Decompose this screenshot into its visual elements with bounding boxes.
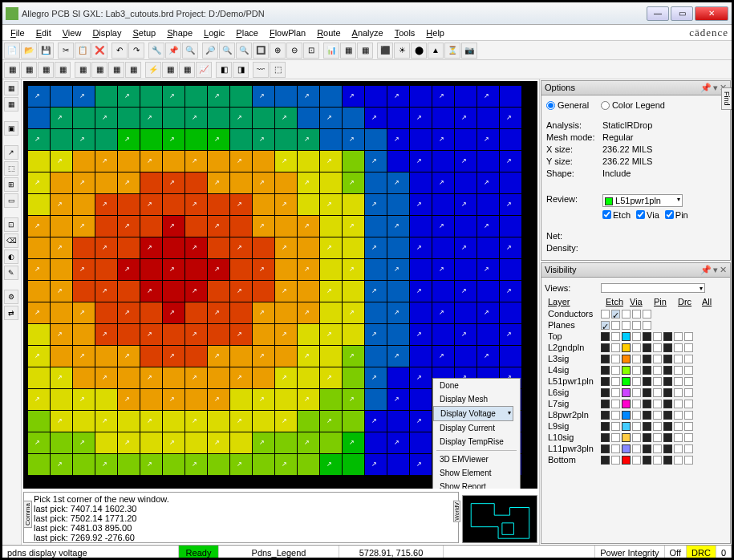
toolbar-button[interactable]: ↶: [112, 43, 128, 59]
toolbar-button[interactable]: ▦: [179, 62, 195, 78]
toolbar-button[interactable]: 🔧: [148, 43, 164, 59]
menu-view[interactable]: View: [58, 26, 87, 39]
toolbar-button[interactable]: ▦: [340, 43, 356, 59]
toolbar-button[interactable]: ⊡: [303, 43, 319, 59]
toolbar-button[interactable]: 📄: [4, 43, 20, 59]
toolbar-button[interactable]: 💾: [38, 43, 54, 59]
views-select[interactable]: [601, 283, 705, 293]
left-tool-button[interactable]: ↗: [4, 145, 18, 160]
toolbar-button[interactable]: 🔍: [182, 43, 198, 59]
left-tool-button[interactable]: ⊞: [4, 177, 18, 192]
toolbar-button[interactable]: ⚡: [145, 62, 161, 78]
toolbar-button[interactable]: ▦: [91, 62, 107, 78]
design-canvas[interactable]: DoneDisplay MeshDisplay VoltageDisplay C…: [23, 81, 537, 489]
toolbar-button[interactable]: ✂: [58, 43, 74, 59]
toolbar-button[interactable]: ⊕: [270, 43, 286, 59]
command-window[interactable]: Comma Pick 1st corner of the new window.…: [23, 492, 459, 543]
toolbar-button[interactable]: ☀: [394, 43, 410, 59]
ctx-3d-emviewer[interactable]: 3D EMViewer: [433, 452, 520, 466]
toolbar-button[interactable]: 〰: [253, 62, 269, 78]
pin-icon[interactable]: 📌: [700, 265, 712, 275]
toolbar-button[interactable]: 📊: [323, 43, 339, 59]
toolbar-button[interactable]: 🔲: [253, 43, 269, 59]
toolbar-button[interactable]: 🔍: [219, 43, 235, 59]
left-tool-button[interactable]: ⚙: [4, 290, 18, 304]
menu-setup[interactable]: Setup: [128, 26, 160, 39]
find-tab[interactable]: Find: [721, 87, 732, 110]
toolbar-button[interactable]: 🔎: [202, 43, 218, 59]
menu-route[interactable]: Route: [312, 26, 345, 39]
toolbar-button[interactable]: 🔍: [236, 43, 252, 59]
radio-general[interactable]: General: [546, 100, 589, 110]
toolbar-button[interactable]: ▦: [162, 62, 178, 78]
left-tool-button[interactable]: ⬚: [4, 161, 18, 176]
toolbar-button[interactable]: 📷: [461, 43, 477, 59]
layer-row: L10sig: [545, 432, 727, 443]
chk-via[interactable]: Via: [636, 210, 659, 220]
chk-etch[interactable]: Etch: [602, 210, 631, 220]
toolbar-button[interactable]: ▦: [21, 62, 37, 78]
ctx-display-current[interactable]: Display Current: [433, 421, 520, 435]
toolbar-button[interactable]: ⬛: [377, 43, 393, 59]
world-view[interactable]: WorldV: [462, 495, 537, 543]
ctx-done[interactable]: Done: [433, 379, 520, 392]
left-tool-button[interactable]: ▦: [4, 97, 18, 112]
cmd-prompt: Command >: [27, 542, 455, 543]
dock-icon[interactable]: ▾: [713, 83, 718, 93]
toolbar-button[interactable]: 📈: [196, 62, 212, 78]
left-tool-button[interactable]: ⇄: [4, 306, 18, 320]
dock-icon[interactable]: ▾: [713, 265, 718, 275]
left-tool-button[interactable]: ⌫: [4, 233, 18, 248]
review-select[interactable]: L51pwr1pln: [602, 194, 683, 207]
toolbar-button[interactable]: ▦: [357, 43, 373, 59]
toolbar-button[interactable]: ↷: [128, 43, 144, 59]
close-panel-icon[interactable]: ✕: [720, 265, 727, 275]
menu-file[interactable]: File: [6, 26, 30, 39]
toolbar-button[interactable]: ⬤: [411, 43, 427, 59]
toolbar-button[interactable]: ⊖: [286, 43, 302, 59]
ctx-show-report[interactable]: Show Report: [433, 480, 520, 489]
toolbar-button[interactable]: ❌: [91, 43, 107, 59]
left-tool-button[interactable]: ▦: [4, 81, 18, 95]
left-tool-button[interactable]: ⊡: [4, 217, 18, 232]
command-tab[interactable]: Comma: [23, 501, 32, 528]
menu-edit[interactable]: Edit: [31, 26, 56, 39]
ctx-display-mesh[interactable]: Display Mesh: [433, 392, 520, 406]
ctx-display-voltage[interactable]: Display Voltage: [433, 406, 513, 421]
menu-display[interactable]: Display: [87, 26, 126, 39]
maximize-button[interactable]: ▭: [671, 6, 693, 21]
toolbar-button[interactable]: ⬚: [270, 62, 286, 78]
toolbar-button[interactable]: ▦: [55, 62, 71, 78]
pin-icon[interactable]: 📌: [700, 83, 712, 93]
worldview-tab[interactable]: WorldV: [453, 501, 460, 522]
ctx-show-element[interactable]: Show Element: [433, 466, 520, 480]
toolbar-button[interactable]: 📂: [21, 43, 37, 59]
minimize-button[interactable]: —: [647, 6, 669, 21]
chk-pin[interactable]: Pin: [665, 210, 688, 220]
toolbar-button[interactable]: ◧: [216, 62, 232, 78]
toolbar-button[interactable]: ▦: [75, 62, 91, 78]
menu-tools[interactable]: Tools: [390, 26, 420, 39]
toolbar-button[interactable]: 📌: [165, 43, 181, 59]
menu-help[interactable]: Help: [421, 26, 449, 39]
toolbar-button[interactable]: ▦: [4, 62, 20, 78]
left-tool-button[interactable]: ✎: [4, 266, 18, 280]
toolbar-button[interactable]: ▲: [428, 43, 444, 59]
toolbar-button[interactable]: ◨: [233, 62, 249, 78]
left-tool-button[interactable]: ◐: [4, 250, 18, 264]
left-tool-button[interactable]: ▭: [4, 193, 18, 208]
close-button[interactable]: ✕: [695, 6, 728, 21]
left-tool-button[interactable]: ▣: [4, 121, 18, 136]
menu-shape[interactable]: Shape: [162, 26, 197, 39]
radio-color-legend[interactable]: Color Legend: [601, 100, 665, 110]
toolbar-button[interactable]: 📋: [75, 43, 91, 59]
menu-place[interactable]: Place: [231, 26, 263, 39]
toolbar-button[interactable]: ▦: [125, 62, 141, 78]
menu-analyze[interactable]: Analyze: [347, 26, 388, 39]
ctx-display-temprise[interactable]: Display TempRise: [433, 435, 520, 448]
menu-flowplan[interactable]: FlowPlan: [265, 26, 310, 39]
toolbar-button[interactable]: ⏳: [444, 43, 460, 59]
menu-logic[interactable]: Logic: [199, 26, 229, 39]
toolbar-button[interactable]: ▦: [108, 62, 124, 78]
toolbar-button[interactable]: ▦: [38, 62, 54, 78]
